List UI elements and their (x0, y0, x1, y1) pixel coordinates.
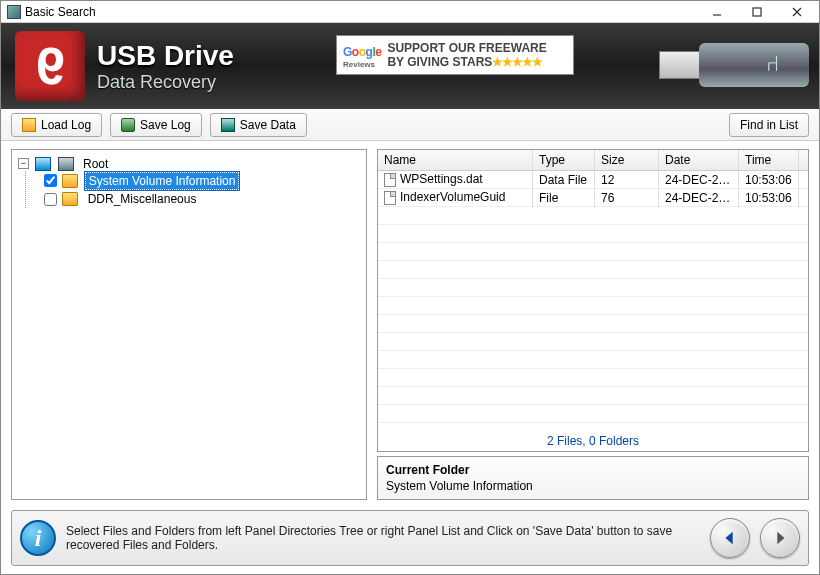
load-log-label: Load Log (41, 118, 91, 132)
save-data-button[interactable]: Save Data (210, 113, 307, 137)
google-review-box[interactable]: Google Reviews SUPPORT OUR FREEWARE BY G… (336, 35, 574, 75)
content-area: − Root System Volume Information (1, 141, 819, 504)
file-icon (384, 191, 396, 205)
tree-item[interactable]: DDR_Miscellaneous (44, 190, 362, 209)
tree-item-checkbox[interactable] (44, 193, 57, 206)
list-header: Name Type Size Date Time (378, 150, 808, 171)
folder-icon (62, 174, 78, 188)
file-date: 24-DEC-2021 (659, 188, 739, 208)
file-name: IndexerVolumeGuid (400, 190, 505, 204)
back-button[interactable] (710, 518, 750, 558)
google-line2: BY GIVING STARS (387, 55, 492, 69)
google-reviews-label: Reviews (343, 60, 381, 69)
list-body[interactable]: WPSettings.dat Data File 12 24-DEC-2021 … (378, 171, 808, 431)
toolbar: Load Log Save Log Save Data Find in List (1, 109, 819, 141)
save-log-button[interactable]: Save Log (110, 113, 202, 137)
window-title: Basic Search (25, 5, 96, 19)
list-row[interactable]: IndexerVolumeGuid File 76 24-DEC-2021 10… (378, 189, 808, 207)
col-name-header[interactable]: Name (378, 150, 533, 170)
find-in-list-label: Find in List (740, 118, 798, 132)
file-icon (384, 173, 396, 187)
col-type-header[interactable]: Type (533, 150, 595, 170)
collapse-icon[interactable]: − (18, 158, 29, 169)
current-folder-panel: Current Folder System Volume Information (377, 456, 809, 500)
banner-title: USB Drive (97, 40, 234, 72)
usb-drive-graphic: ⑁ (659, 33, 809, 97)
save-data-label: Save Data (240, 118, 296, 132)
list-summary: 2 Files, 0 Folders (378, 431, 808, 451)
tree-panel[interactable]: − Root System Volume Information (11, 149, 367, 500)
file-time: 10:53:06 (739, 188, 799, 208)
col-size-header[interactable]: Size (595, 150, 659, 170)
save-log-label: Save Log (140, 118, 191, 132)
google-logo: Google (343, 42, 381, 60)
tree-item-label: DDR_Miscellaneous (85, 191, 200, 207)
tree-item-checkbox[interactable] (44, 174, 57, 187)
close-button[interactable] (777, 2, 817, 22)
svg-marker-5 (777, 532, 784, 545)
footer-text: Select Files and Folders from left Panel… (66, 524, 700, 552)
drive-icon (58, 157, 74, 171)
logo-icon (15, 31, 85, 101)
col-date-header[interactable]: Date (659, 150, 739, 170)
file-name: WPSettings.dat (400, 172, 483, 186)
current-folder-title: Current Folder (386, 463, 800, 477)
svg-marker-4 (726, 532, 733, 545)
save-data-icon (221, 118, 235, 132)
next-button[interactable] (760, 518, 800, 558)
load-log-icon (22, 118, 36, 132)
file-size: 76 (595, 188, 659, 208)
banner-subtitle: Data Recovery (97, 72, 234, 93)
current-folder-value: System Volume Information (386, 479, 800, 493)
banner: USB Drive Data Recovery Google Reviews S… (1, 23, 819, 109)
info-icon: i (20, 520, 56, 556)
save-log-icon (121, 118, 135, 132)
tree-item-label: System Volume Information (85, 172, 240, 190)
computer-icon (35, 157, 51, 171)
right-panel: Name Type Size Date Time WPSettings.dat … (377, 149, 809, 500)
stars-icon: ★★★★★ (492, 55, 542, 69)
maximize-button[interactable] (737, 2, 777, 22)
svg-rect-1 (753, 8, 761, 16)
tree-root[interactable]: − Root System Volume Information (18, 154, 362, 210)
file-list-panel[interactable]: Name Type Size Date Time WPSettings.dat … (377, 149, 809, 452)
app-window: Basic Search USB Drive Data Recovery Goo… (0, 0, 820, 575)
tree-item[interactable]: System Volume Information (44, 171, 362, 190)
folder-icon (62, 192, 78, 206)
minimize-button[interactable] (697, 2, 737, 22)
find-in-list-button[interactable]: Find in List (729, 113, 809, 137)
file-type: File (533, 188, 595, 208)
titlebar: Basic Search (1, 1, 819, 23)
footer: i Select Files and Folders from left Pan… (11, 510, 809, 566)
app-icon (7, 5, 21, 19)
col-time-header[interactable]: Time (739, 150, 799, 170)
google-line1: SUPPORT OUR FREEWARE (387, 41, 546, 55)
load-log-button[interactable]: Load Log (11, 113, 102, 137)
tree-root-label: Root (80, 156, 111, 172)
